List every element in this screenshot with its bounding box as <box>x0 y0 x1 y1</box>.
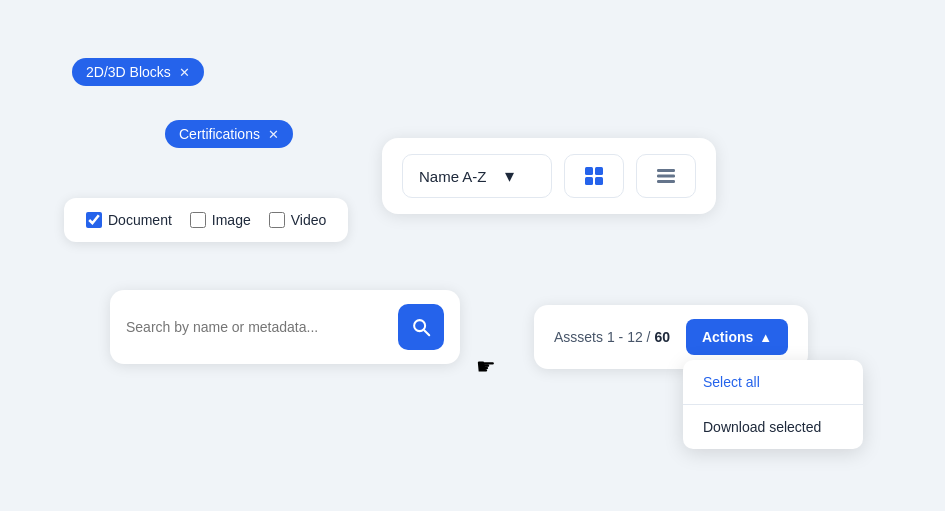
filter-video[interactable]: Video <box>269 212 327 228</box>
assets-count: Asssets 1 - 12 / 60 <box>554 329 670 345</box>
filter-document-label: Document <box>108 212 172 228</box>
svg-rect-2 <box>585 177 593 185</box>
sort-dropdown[interactable]: Name A-Z ▾ <box>402 154 552 198</box>
filter-video-label: Video <box>291 212 327 228</box>
actions-button[interactable]: Actions ▲ <box>686 319 788 355</box>
grid-icon <box>583 165 605 187</box>
tag-label: Certifications <box>179 126 260 142</box>
filter-document-checkbox[interactable] <box>86 212 102 228</box>
svg-rect-4 <box>657 169 675 172</box>
svg-rect-0 <box>585 167 593 175</box>
list-icon <box>655 165 677 187</box>
chevron-down-icon: ▾ <box>505 165 514 187</box>
svg-rect-1 <box>595 167 603 175</box>
sort-label: Name A-Z <box>419 168 487 185</box>
svg-rect-6 <box>657 180 675 183</box>
tag-2d3d-blocks: 2D/3D Blocks ✕ <box>72 58 204 86</box>
select-all-item[interactable]: Select all <box>683 360 863 404</box>
sort-view-panel: Name A-Z ▾ <box>382 138 716 214</box>
svg-point-7 <box>414 320 425 331</box>
filter-document[interactable]: Document <box>86 212 172 228</box>
svg-rect-5 <box>657 175 675 178</box>
tag-close-icon[interactable]: ✕ <box>268 127 279 142</box>
tag-close-icon[interactable]: ✕ <box>179 65 190 80</box>
filter-image-checkbox[interactable] <box>190 212 206 228</box>
search-icon <box>410 316 432 338</box>
actions-label: Actions <box>702 329 753 345</box>
svg-line-8 <box>424 330 429 335</box>
cursor-pointer: ☛ <box>476 354 496 380</box>
tag-certifications: Certifications ✕ <box>165 120 293 148</box>
actions-dropdown-menu: Select all Download selected <box>683 360 863 449</box>
search-input[interactable] <box>126 319 386 335</box>
search-panel <box>110 290 460 364</box>
tag-label: 2D/3D Blocks <box>86 64 171 80</box>
filter-image[interactable]: Image <box>190 212 251 228</box>
chevron-up-icon: ▲ <box>759 330 772 345</box>
filter-video-checkbox[interactable] <box>269 212 285 228</box>
search-button[interactable] <box>398 304 444 350</box>
download-selected-item[interactable]: Download selected <box>683 405 863 449</box>
grid-view-button[interactable] <box>564 154 624 198</box>
svg-rect-3 <box>595 177 603 185</box>
filter-panel: Document Image Video <box>64 198 348 242</box>
filter-image-label: Image <box>212 212 251 228</box>
list-view-button[interactable] <box>636 154 696 198</box>
